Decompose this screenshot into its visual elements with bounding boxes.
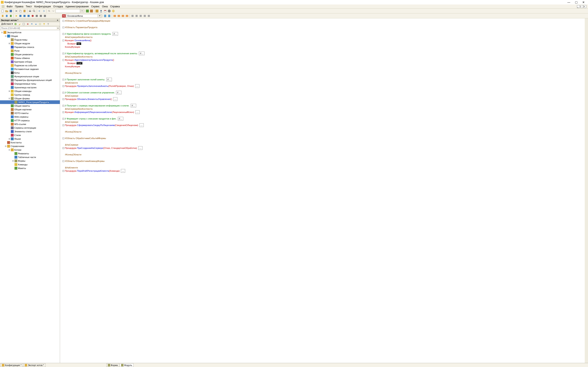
code-line[interactable]: Возврат "216"; <box>62 62 588 65</box>
fold-plus-icon[interactable] <box>62 98 64 100</box>
debug-watch-icon[interactable] <box>43 14 47 18</box>
format-e-icon[interactable] <box>147 14 151 18</box>
code-line[interactable] <box>62 88 588 91</box>
tool-a-icon[interactable] <box>86 9 89 13</box>
function-combo-arrow-icon[interactable]: ▼ <box>98 14 102 18</box>
fold-minus-icon[interactable] <box>62 20 64 22</box>
sidebar-search-clear-icon[interactable]: × <box>56 27 60 29</box>
tree-item[interactable]: WS-ссылки <box>0 122 60 126</box>
code-line[interactable]: // Формирует строку с описание продуктов… <box>62 117 588 120</box>
db-open-icon[interactable] <box>5 14 9 18</box>
user-icon[interactable] <box>99 9 103 13</box>
outdent-icon[interactable] <box>125 14 129 18</box>
add-icon[interactable] <box>14 22 17 26</box>
fold-plus-icon[interactable] <box>62 118 64 120</box>
code-line[interactable]: Функция ОсновнаяФича() <box>62 39 588 42</box>
collapse-icon[interactable]: ⊟ <box>8 149 11 151</box>
tree-item[interactable]: Константы <box>0 141 60 144</box>
fold-placeholder[interactable]: … <box>139 123 144 127</box>
code-line[interactable]: Функция ИнформацияОЛицензионномКлюче(Лиц… <box>62 110 588 114</box>
code-line[interactable]: // Идентификатор фичи основного продукта… <box>62 32 588 35</box>
copy-item-icon[interactable] <box>22 22 26 26</box>
code-line[interactable]: #Область ПараметрыПродукта <box>62 26 588 29</box>
code-line[interactable]: Функция ИдентификаторТриальногоПродукта(… <box>62 58 588 62</box>
code-line[interactable] <box>62 22 588 26</box>
code-line[interactable]: // Идентификатор продукта, активируемый … <box>62 52 588 55</box>
tree-item[interactable]: Макеты <box>0 166 60 170</box>
filter-clear-icon[interactable] <box>46 22 50 26</box>
editor-tab[interactable]: Форма <box>106 363 119 367</box>
indent-icon[interactable] <box>121 14 125 18</box>
panel-tab[interactable]: Конфигурация * <box>0 363 23 367</box>
fold-placeholder[interactable]: … <box>138 146 143 150</box>
open-icon[interactable] <box>5 9 9 13</box>
run-icon[interactable] <box>15 14 18 18</box>
tree-item[interactable]: Табличные части <box>0 155 60 159</box>
save-icon[interactable] <box>9 9 13 13</box>
tree-item[interactable]: Стили <box>0 133 60 137</box>
tree-item[interactable]: Планы обмена <box>0 56 60 60</box>
code-line[interactable]: &НаСервереБезКонтекста <box>62 55 588 58</box>
debug-step-over-icon[interactable] <box>23 14 26 18</box>
redo-icon[interactable] <box>42 9 45 13</box>
fold-placeholder[interactable]: //… <box>106 78 112 81</box>
menu-Отладка[interactable]: Отладка <box>52 5 64 8</box>
format-c-icon[interactable] <box>139 14 143 18</box>
editor-tab[interactable]: Модуль <box>120 363 134 367</box>
tree-item[interactable]: Сервисы интеграции <box>0 126 60 130</box>
code-line[interactable]: Процедура ПерейтиКРегистрацииКлиента(Ком… <box>62 169 588 173</box>
code-line[interactable]: &НаСервере <box>62 120 588 124</box>
sidebar-close-icon[interactable]: × <box>56 19 59 22</box>
code-line[interactable]: #Область СлужебныеПроцедурыИфункции <box>62 19 588 22</box>
tree-item[interactable]: Параметры функциональных опций <box>0 78 60 82</box>
fold-plus-icon[interactable] <box>62 53 64 54</box>
code-line[interactable]: // Обновляет состояние элементов управле… <box>62 91 588 94</box>
fold-placeholder[interactable]: //… <box>112 32 118 36</box>
paste-icon[interactable] <box>23 9 26 13</box>
menu-Конфигурация[interactable]: Конфигурация <box>33 5 52 8</box>
debug-toggle-icon[interactable] <box>95 9 99 13</box>
fold-minus-icon[interactable] <box>62 160 64 162</box>
code-line[interactable]: #КонецОбласти <box>62 153 588 156</box>
tree-item[interactable]: Подписки на события <box>0 64 60 67</box>
tree-item[interactable]: ⊞Общие модули <box>0 42 60 45</box>
fold-minus-icon[interactable] <box>62 137 64 139</box>
code-editor[interactable]: #Область СлужебныеПроцедурыИфункции#Обла… <box>60 18 588 363</box>
code-line[interactable]: Процедура ПроверитьЗаполнениеАнкеты(Поля… <box>62 84 588 88</box>
undo-icon[interactable] <box>38 9 42 13</box>
code-line[interactable] <box>62 163 588 166</box>
code-line[interactable]: #Область ОбработчикиСобытийФормы <box>62 137 588 140</box>
fold-plus-icon[interactable] <box>62 92 64 94</box>
code-line[interactable] <box>62 156 588 159</box>
code-line[interactable]: &НаСервереБезКонтекста <box>62 107 588 110</box>
fold-placeholder[interactable]: … <box>113 97 117 101</box>
tool-b-icon[interactable] <box>90 9 93 13</box>
debug-stop-icon[interactable] <box>35 14 39 18</box>
tree-item[interactable]: ⊟Справочники <box>0 144 60 148</box>
fold-plus-icon[interactable] <box>62 105 64 107</box>
tree-item[interactable]: Роли <box>0 49 60 53</box>
fold-placeholder[interactable]: //… <box>139 52 144 55</box>
menu-Администрирование[interactable]: Администрирование <box>64 5 90 8</box>
code-line[interactable]: КонецФункции <box>62 45 588 49</box>
filter-icon[interactable] <box>42 22 46 26</box>
mdi-minimize-icon[interactable]: _ <box>577 5 580 8</box>
toolbar-search-input[interactable] <box>56 9 80 13</box>
tree-item[interactable]: Команды <box>0 163 60 166</box>
tree-item[interactable]: Общие макеты <box>0 104 60 108</box>
maximize-button[interactable]: ▢ <box>574 1 578 4</box>
code-line[interactable]: #Область ОбработчикиКомандФормы <box>62 159 588 163</box>
mdi-close-icon[interactable]: × <box>584 5 586 8</box>
code-line[interactable] <box>62 114 588 117</box>
bookmark-next-icon[interactable] <box>107 14 111 18</box>
collapse-icon[interactable]: ⊟ <box>8 97 11 100</box>
code-line[interactable] <box>62 29 588 32</box>
find-icon[interactable] <box>47 9 51 13</box>
format-d-icon[interactable] <box>143 14 147 18</box>
menu-Окна[interactable]: Окна <box>101 5 109 8</box>
expand-icon[interactable]: ⊞ <box>8 42 11 45</box>
fold-plus-icon[interactable] <box>62 170 64 172</box>
debug-pause-icon[interactable] <box>39 14 43 18</box>
fold-plus-icon[interactable] <box>62 85 64 87</box>
fold-minus-icon[interactable] <box>62 59 64 61</box>
